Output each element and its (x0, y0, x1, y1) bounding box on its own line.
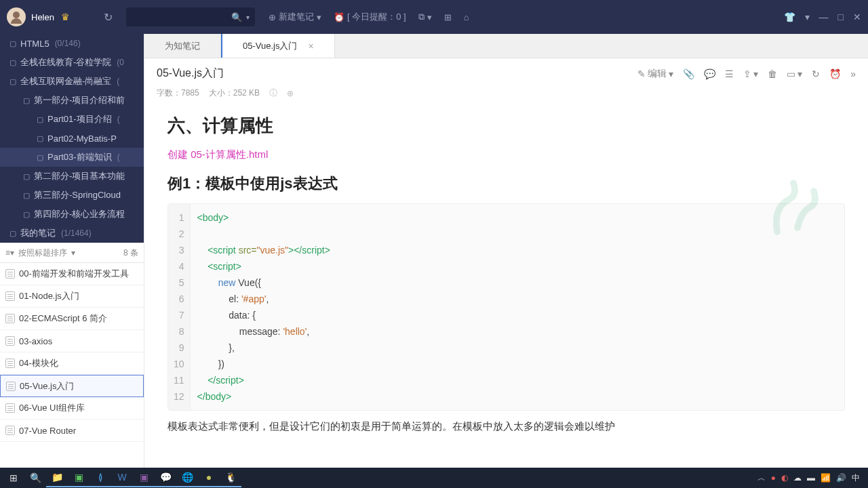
taskbar-app-3[interactable]: ● (198, 468, 220, 487)
sync-icon[interactable]: ▾ (805, 12, 810, 22)
note-icon (6, 382, 16, 391)
edit-button[interactable]: ✎编辑▾ (637, 68, 673, 80)
note-icon (5, 403, 15, 413)
home-icon: ⌂ (464, 12, 469, 22)
tray-ime[interactable]: 中 (852, 472, 860, 484)
folder-icon: ▢ (23, 172, 30, 181)
taskbar-app-4[interactable]: 🐧 (220, 468, 241, 487)
note-item[interactable]: 04-模块化 (0, 352, 144, 375)
tab[interactable]: 05-Vue.js入门× (221, 34, 335, 58)
reminder-button[interactable]: ⏰[ 今日提醒：0 ] (334, 11, 406, 23)
close-button[interactable]: ✕ (853, 12, 861, 22)
folder-icon: ▢ (37, 153, 43, 162)
tree-item[interactable]: ▢全栈在线教育-谷粒学院(0 (0, 53, 144, 72)
chevron-down-icon: ▾ (246, 14, 250, 21)
taskbar-word[interactable]: W (111, 468, 133, 487)
comment-button[interactable]: 💬 (704, 68, 715, 79)
alarm-button[interactable]: ⏰ (829, 68, 841, 79)
note-item[interactable]: 07-Vue Router (0, 420, 144, 442)
note-item[interactable]: 00-前端开发和前端开发工具 (0, 263, 144, 285)
tree-item[interactable]: ▢我的笔记(1/1464) (0, 224, 144, 243)
outline-button[interactable]: ☰ (725, 68, 734, 79)
folder-icon: ▢ (9, 39, 16, 48)
tree-item[interactable]: ▢Part01-项目介绍( (0, 110, 144, 129)
delete-button[interactable]: 🗑 (768, 68, 777, 79)
chevron-down-icon[interactable]: ▾ (71, 248, 75, 258)
tray-cloud-icon[interactable]: ☁ (793, 473, 802, 483)
sort-bar: ≡▾ 按照标题排序 ▾ 8 条 (0, 243, 144, 263)
apps-button[interactable]: ⊞ (444, 12, 452, 22)
taskbar-chrome[interactable]: 🌐 (176, 468, 198, 487)
more-button[interactable]: » (850, 68, 856, 79)
code-block: 123456789101112 <body> <script src="vue.… (167, 203, 845, 411)
tray-icon-2[interactable]: ◐ (781, 473, 788, 483)
home-button[interactable]: ⌂ (464, 12, 469, 22)
note-icon (5, 291, 15, 301)
trash-icon: 🗑 (768, 68, 777, 79)
share-button[interactable]: ⇪▾ (743, 68, 758, 79)
windows-taskbar: ⊞ 🔍 📁 ▣ ≬ W ▣ 💬 🌐 ● 🐧 ︿ ● ◐ ☁ ▬ 📶 🔊 中 (0, 468, 868, 488)
create-file-link[interactable]: 创建 05-计算属性.html (167, 148, 845, 161)
minimize-button[interactable]: — (819, 12, 829, 22)
folder-icon: ▢ (9, 58, 16, 67)
book-button[interactable]: ▭▾ (787, 68, 802, 79)
refresh-icon[interactable]: ↻ (104, 11, 113, 24)
taskbar-app-1[interactable]: ▣ (68, 468, 90, 487)
note-icon (5, 336, 15, 346)
tray-icon-1[interactable]: ● (771, 473, 776, 483)
plus-icon: ⊕ (269, 12, 276, 22)
external-button[interactable]: ⧉▾ (418, 12, 432, 22)
tab-bar: 为知笔记05-Vue.js入门× (144, 34, 868, 58)
taskbar-search[interactable]: 🔍 (24, 468, 46, 487)
outline-icon: ☰ (725, 68, 734, 79)
paragraph: 模板表达式非常便利，但是设计它们的初衷是用于简单运算的。在模板中放入太多的逻辑会… (167, 420, 845, 433)
taskbar-explorer[interactable]: 📁 (46, 468, 68, 487)
note-item[interactable]: 06-Vue UI组件库 (0, 397, 144, 420)
folder-icon: ▢ (23, 191, 30, 200)
attach-button[interactable]: 📎 (683, 68, 694, 79)
maximize-button[interactable]: □ (838, 12, 844, 22)
chevron-down-icon: ▾ (317, 12, 321, 22)
note-item[interactable]: 05-Vue.js入门 (0, 375, 144, 397)
note-item[interactable]: 02-ECMAScript 6 简介 (0, 308, 144, 330)
avatar[interactable] (7, 7, 26, 26)
sort-label[interactable]: 按照标题排序 (18, 247, 67, 259)
start-button[interactable]: ⊞ (3, 468, 24, 487)
taskbar-app-2[interactable]: ▣ (133, 468, 155, 487)
shirt-icon[interactable]: 👕 (784, 12, 795, 22)
tree-item[interactable]: ▢第二部分-项目基本功能 (0, 167, 144, 186)
note-count: 8 条 (123, 247, 138, 259)
share-icon: ⇪ (743, 68, 751, 79)
add-tag-icon[interactable]: ⊕ (287, 89, 294, 98)
taskbar-wechat[interactable]: 💬 (155, 468, 176, 487)
external-icon: ⧉ (418, 12, 425, 22)
tray-volume-icon[interactable]: 🔊 (836, 473, 846, 483)
new-note-button[interactable]: ⊕新建笔记▾ (269, 11, 321, 23)
tree-item[interactable]: ▢第一部分-项目介绍和前 (0, 91, 144, 110)
taskbar-vscode[interactable]: ≬ (90, 468, 111, 487)
folder-icon: ▢ (9, 229, 16, 238)
tray-battery-icon[interactable]: ▬ (807, 473, 815, 483)
heading-1: 六、计算属性 (167, 114, 845, 138)
tree-item[interactable]: ▢Part02-MyBatis-P (0, 129, 144, 148)
info-icon[interactable]: ⓘ (269, 87, 277, 99)
list-icon[interactable]: ≡▾ (5, 248, 14, 258)
grid-icon: ⊞ (444, 12, 452, 22)
tray-up-icon[interactable]: ︿ (757, 472, 766, 484)
close-icon[interactable]: × (308, 41, 313, 52)
tree-item[interactable]: ▢第三部分-SpringCloud (0, 186, 144, 205)
titlebar: Helen ♛ ↻ 🔍 ▾ ⊕新建笔记▾ ⏰[ 今日提醒：0 ] ⧉▾ ⊞ ⌂ … (0, 0, 868, 34)
tree-item[interactable]: ▢全栈互联网金融-尚融宝( (0, 72, 144, 91)
alarm-icon: ⏰ (829, 68, 841, 79)
tray-wifi-icon[interactable]: 📶 (821, 473, 831, 483)
tree-item[interactable]: ▢Part03-前端知识( (0, 148, 144, 167)
refresh-doc-button[interactable]: ↻ (812, 68, 820, 79)
note-item[interactable]: 01-Node.js入门 (0, 285, 144, 308)
search-input[interactable]: 🔍 ▾ (126, 7, 255, 26)
doc-body: 六、计算属性 创建 05-计算属性.html 例1：模板中使用js表达式 123… (144, 99, 868, 468)
note-item[interactable]: 03-axios (0, 330, 144, 352)
tree-item[interactable]: ▢第四部分-核心业务流程 (0, 205, 144, 224)
refresh-icon: ↻ (812, 68, 820, 79)
tab[interactable]: 为知笔记 (144, 34, 221, 58)
tree-item[interactable]: ▢HTML5(0/146) (0, 34, 144, 53)
